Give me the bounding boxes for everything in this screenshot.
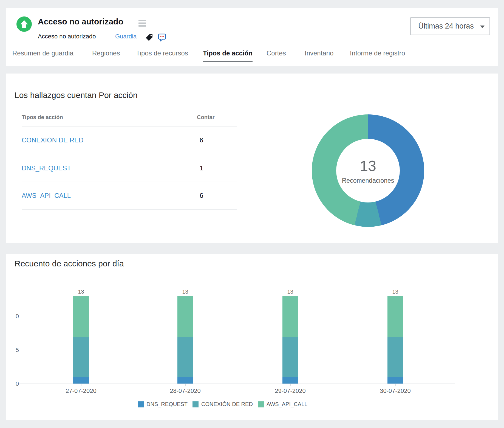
time-range-value: Últimas 24 horas [418, 22, 474, 30]
bar-29-07-2020[interactable] [282, 296, 298, 384]
x-axis-label: 28-07-2020 [158, 387, 213, 395]
daily-actions-card: Recuento de acciones por día 0 5 0 1327-… [6, 254, 498, 420]
bar-segment-DNS_REQUEST [73, 377, 89, 384]
menu-handle-icon[interactable] [138, 20, 146, 28]
table-row-link-aws-api-call[interactable]: AWS_API_CALL [22, 192, 71, 199]
findings-section-title: Los hallazgos cuentan Por acción [15, 91, 138, 100]
findings-card: Los hallazgos cuentan Por acción Tipos d… [6, 74, 498, 243]
y-axis-line [22, 283, 22, 384]
bar-segment-AWS_API_CALL [177, 296, 193, 337]
y-tick-label: 5 [8, 347, 19, 354]
tab-regiones[interactable]: Regiones [92, 49, 120, 61]
tab-tipos-de-recursos[interactable]: Tipos de recursos [136, 49, 188, 61]
tab-inventario[interactable]: Inventario [305, 49, 333, 61]
tag-icon[interactable] [146, 34, 153, 41]
page-title: Acceso no autorizado [38, 17, 123, 26]
legend-swatch [138, 401, 144, 407]
bar-total-label: 13 [379, 289, 412, 295]
chevron-down-icon [480, 26, 485, 28]
bar-segment-AWS_API_CALL [282, 296, 298, 337]
x-tick [395, 384, 396, 386]
table-row-link-dns-request[interactable]: DNS_REQUEST [22, 164, 71, 172]
y-tick-label: 0 [8, 313, 19, 320]
tab-resumen-de-guardia[interactable]: Resumen de guardia [12, 49, 73, 61]
bar-segment-DNS_REQUEST [387, 377, 403, 384]
up-arrow-glyph [19, 19, 29, 29]
legend-swatch [258, 401, 264, 407]
bar-total-label: 13 [65, 289, 98, 295]
bar-segment-CONEXIÓN DE RED [73, 337, 89, 377]
bar-segment-CONEXIÓN DE RED [282, 337, 298, 377]
legend-swatch [192, 401, 199, 407]
bar-28-07-2020[interactable] [177, 296, 193, 384]
legend-label: CONEXIÓN DE RED [201, 401, 253, 407]
x-tick [81, 384, 81, 386]
x-tick [185, 384, 186, 386]
legend-label: AWS_API_CALL [267, 401, 307, 407]
tab-tipos-de-accion[interactable]: Tipos de acción [203, 49, 253, 62]
donut-total-label: Recomendaciones [342, 177, 394, 184]
page-subtitle: Acceso no autorizado [38, 33, 96, 40]
x-axis-label: 27-07-2020 [54, 387, 109, 395]
bar-segment-DNS_REQUEST [282, 377, 298, 384]
x-axis-label: 29-07-2020 [263, 387, 318, 395]
table-divider [22, 154, 237, 154]
chart-legend: DNS_REQUESTCONEXIÓN DE REDAWS_API_CALL [138, 401, 307, 407]
bar-27-07-2020[interactable] [73, 296, 89, 384]
donut-center: 13 Recomendaciones [336, 139, 400, 202]
bar-segment-AWS_API_CALL [387, 296, 403, 337]
bar-segment-DNS_REQUEST [177, 377, 193, 384]
table-row-link-conexion-de-red[interactable]: CONEXIÓN DE RED [22, 136, 83, 144]
x-tick [290, 384, 291, 386]
table-row-count: 6 [200, 192, 203, 199]
legend-item-AWS_API_CALL[interactable]: AWS_API_CALL [258, 401, 307, 407]
y-tick-label: 0 [8, 380, 19, 387]
bar-segment-CONEXIÓN DE RED [387, 337, 403, 377]
severity-up-arrow-icon [16, 16, 32, 32]
table-row-count: 1 [200, 164, 203, 172]
section-divider [12, 108, 492, 108]
x-axis-line [22, 384, 455, 384]
guardia-link[interactable]: Guardia [115, 33, 137, 40]
stacked-bar-chart: 0 5 0 1327-07-20201328-07-20201329-07-20… [6, 254, 498, 420]
tab-cortes[interactable]: Cortes [267, 49, 286, 61]
legend-item-DNS_REQUEST[interactable]: DNS_REQUEST [138, 401, 188, 407]
bar-total-label: 13 [274, 289, 307, 295]
y-tick [19, 316, 22, 316]
table-header-count: Contar [197, 114, 214, 120]
bar-total-label: 13 [169, 289, 202, 295]
legend-item-CONEXIÓN DE RED[interactable]: CONEXIÓN DE RED [192, 401, 253, 407]
legend-label: DNS_REQUEST [146, 401, 188, 407]
table-header-type: Tipos de acción [22, 114, 63, 120]
comment-icon[interactable] [158, 33, 166, 41]
x-axis-label: 30-07-2020 [368, 387, 423, 395]
bar-segment-CONEXIÓN DE RED [177, 337, 193, 377]
bar-segment-AWS_API_CALL [73, 296, 89, 337]
table-divider [22, 209, 237, 210]
bar-30-07-2020[interactable] [387, 296, 403, 384]
findings-donut-chart[interactable]: 13 Recomendaciones [312, 114, 424, 227]
tab-informe-de-registro[interactable]: Informe de registro [350, 49, 405, 61]
table-row-count: 6 [200, 136, 203, 144]
time-range-dropdown[interactable]: Últimas 24 horas [410, 17, 490, 35]
y-tick [19, 350, 22, 350]
table-divider [22, 126, 237, 127]
donut-total-value: 13 [360, 157, 376, 174]
y-tick [19, 384, 22, 384]
table-divider [22, 182, 237, 182]
header-card: Acceso no autorizado Acceso no autorizad… [6, 8, 498, 66]
